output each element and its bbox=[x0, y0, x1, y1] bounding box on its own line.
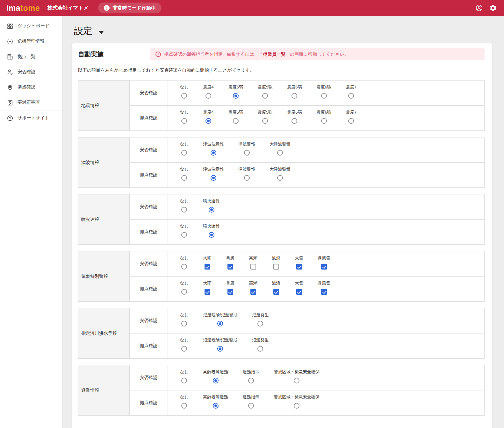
employee-list-link[interactable]: 従業員一覧 bbox=[263, 52, 285, 57]
radio-unchecked[interactable] bbox=[257, 346, 263, 352]
checkbox-checked[interactable] bbox=[227, 264, 233, 270]
radio-option[interactable]: 震度6強 bbox=[317, 84, 331, 99]
radio-option[interactable]: 噴火速報 bbox=[203, 198, 220, 213]
radio-option[interactable]: 避難指示 bbox=[243, 369, 259, 383]
radio-unchecked[interactable] bbox=[181, 321, 187, 326]
radio-unchecked[interactable] bbox=[292, 93, 297, 99]
radio-unchecked[interactable] bbox=[244, 150, 250, 156]
settings-button[interactable] bbox=[489, 4, 498, 12]
checkbox-checked[interactable] bbox=[205, 289, 210, 295]
radio-option[interactable]: 震度5弱 bbox=[228, 84, 243, 99]
radio-checked[interactable] bbox=[217, 321, 223, 326]
radio-option[interactable]: 震度7 bbox=[346, 84, 356, 99]
radio-option[interactable]: 大津波警報 bbox=[270, 166, 291, 181]
radio-option[interactable]: 震度4 bbox=[203, 84, 214, 99]
radio-checked[interactable] bbox=[217, 346, 223, 352]
radio-option[interactable]: なし bbox=[180, 312, 189, 326]
sidebar-item-site-list[interactable]: 拠点一覧 bbox=[0, 49, 62, 64]
radio-unchecked[interactable] bbox=[292, 118, 297, 124]
checkbox-option[interactable]: 波浪 bbox=[272, 255, 280, 270]
checkbox-checked[interactable] bbox=[273, 289, 279, 295]
checkbox-checked[interactable] bbox=[296, 289, 302, 295]
radio-unchecked[interactable] bbox=[348, 93, 354, 99]
radio-option[interactable]: なし bbox=[180, 280, 189, 295]
radio-option[interactable]: 震度5強 bbox=[258, 84, 272, 99]
checkbox-option[interactable]: 高潮 bbox=[249, 280, 257, 295]
radio-option[interactable]: 震度6弱 bbox=[287, 109, 302, 124]
radio-unchecked[interactable] bbox=[348, 118, 354, 124]
radio-unchecked[interactable] bbox=[181, 232, 187, 238]
checkbox-checked[interactable] bbox=[321, 289, 327, 295]
checkbox-unchecked[interactable] bbox=[273, 264, 279, 270]
radio-unchecked[interactable] bbox=[262, 93, 268, 99]
sidebar-item-site-check[interactable]: 拠点確認 bbox=[0, 80, 62, 95]
radio-unchecked[interactable] bbox=[181, 93, 187, 99]
sidebar-item-dashboard[interactable]: ダッシュボード bbox=[0, 18, 62, 34]
radio-option[interactable]: なし bbox=[180, 166, 189, 181]
radio-unchecked[interactable] bbox=[181, 289, 187, 295]
sidebar-item-safety-check[interactable]: 安否確認 bbox=[0, 64, 62, 80]
radio-unchecked[interactable] bbox=[181, 175, 187, 181]
radio-unchecked[interactable] bbox=[181, 118, 187, 124]
radio-checked[interactable] bbox=[205, 118, 211, 124]
radio-unchecked[interactable] bbox=[248, 403, 254, 409]
radio-option[interactable]: 氾濫危険/氾濫警戒 bbox=[203, 337, 238, 352]
radio-option[interactable]: 大津波警報 bbox=[270, 141, 291, 156]
radio-option[interactable]: 高齢者等避難 bbox=[203, 394, 228, 409]
radio-option[interactable]: 津波注意報 bbox=[203, 141, 224, 156]
radio-checked[interactable] bbox=[209, 232, 214, 238]
checkbox-option[interactable]: 高潮 bbox=[249, 255, 257, 270]
sidebar-item-support-site[interactable]: サポートサイト bbox=[0, 110, 62, 126]
radio-unchecked[interactable] bbox=[205, 93, 211, 99]
radio-checked[interactable] bbox=[233, 93, 239, 99]
radio-unchecked[interactable] bbox=[181, 264, 187, 270]
checkbox-option[interactable]: 大雪 bbox=[295, 280, 303, 295]
radio-option[interactable]: なし bbox=[180, 369, 189, 383]
radio-option[interactable]: 津波注意報 bbox=[203, 166, 224, 181]
radio-option[interactable]: なし bbox=[180, 394, 189, 409]
radio-checked[interactable] bbox=[211, 150, 216, 156]
radio-unchecked[interactable] bbox=[321, 93, 327, 99]
checkbox-unchecked[interactable] bbox=[250, 264, 256, 270]
sidebar-item-crisis-info[interactable]: 危機管理情報 bbox=[0, 34, 62, 49]
sidebar-item-action-items[interactable]: 要対応事項 bbox=[0, 95, 62, 110]
radio-unchecked[interactable] bbox=[248, 378, 254, 383]
dropdown-caret-icon[interactable] bbox=[99, 31, 104, 34]
checkbox-option[interactable]: 暴風雪 bbox=[318, 280, 330, 295]
checkbox-checked[interactable] bbox=[205, 264, 210, 270]
checkbox-option[interactable]: 大雨 bbox=[203, 280, 212, 295]
radio-unchecked[interactable] bbox=[277, 150, 283, 156]
radio-option[interactable]: 震度4 bbox=[203, 109, 214, 124]
radio-option[interactable]: 警戒区域・緊急安全確保 bbox=[274, 394, 320, 409]
radio-option[interactable]: なし bbox=[180, 198, 189, 213]
radio-unchecked[interactable] bbox=[233, 118, 239, 124]
account-button[interactable] bbox=[475, 4, 484, 12]
radio-unchecked[interactable] bbox=[181, 378, 187, 383]
radio-option[interactable]: 震度7 bbox=[346, 109, 356, 124]
radio-option[interactable]: 震度5弱 bbox=[228, 109, 243, 124]
checkbox-option[interactable]: 大雪 bbox=[295, 255, 303, 270]
checkbox-option[interactable]: 暴風 bbox=[226, 280, 234, 295]
radio-option[interactable]: 氾濫発生 bbox=[252, 312, 269, 326]
checkbox-option[interactable]: 暴風 bbox=[226, 255, 234, 270]
checkbox-option[interactable]: 大雨 bbox=[203, 255, 212, 270]
radio-unchecked[interactable] bbox=[244, 175, 250, 181]
radio-checked[interactable] bbox=[213, 403, 219, 409]
checkbox-checked[interactable] bbox=[227, 289, 233, 295]
radio-checked[interactable] bbox=[209, 207, 214, 213]
checkbox-option[interactable]: 暴風雪 bbox=[318, 255, 330, 270]
radio-unchecked[interactable] bbox=[262, 118, 268, 124]
radio-option[interactable]: 警戒区域・緊急安全確保 bbox=[274, 369, 320, 383]
radio-checked[interactable] bbox=[211, 175, 216, 181]
radio-unchecked[interactable] bbox=[257, 321, 263, 326]
radio-option[interactable]: なし bbox=[180, 223, 189, 238]
radio-option[interactable]: なし bbox=[180, 337, 189, 352]
radio-option[interactable]: なし bbox=[180, 255, 189, 270]
radio-option[interactable]: なし bbox=[180, 84, 189, 99]
radio-unchecked[interactable] bbox=[181, 403, 187, 409]
radio-option[interactable]: 津波警報 bbox=[239, 141, 255, 156]
radio-option[interactable]: 震度6弱 bbox=[287, 84, 302, 99]
checkbox-checked[interactable] bbox=[250, 289, 256, 295]
checkbox-checked[interactable] bbox=[296, 264, 302, 270]
radio-unchecked[interactable] bbox=[294, 403, 299, 409]
